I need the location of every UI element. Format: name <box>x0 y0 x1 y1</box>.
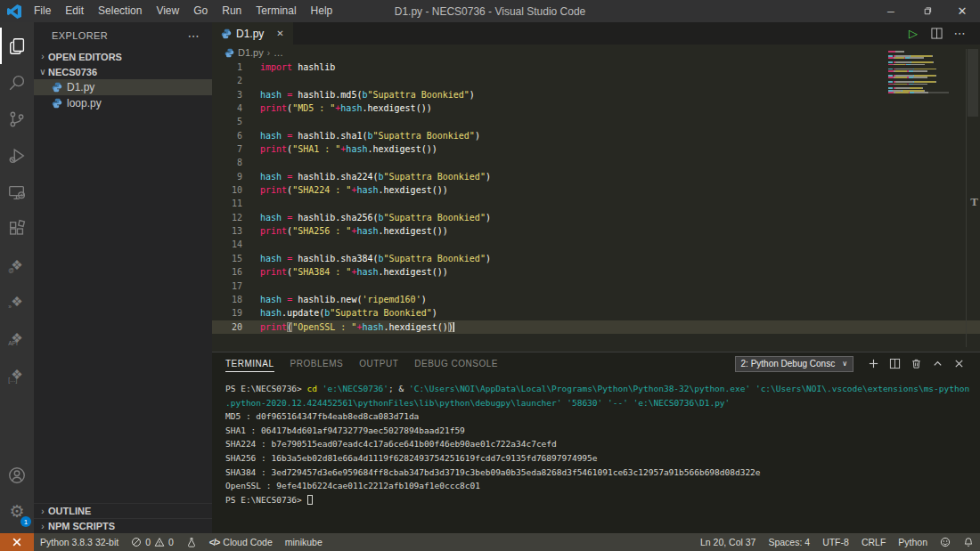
code-editor[interactable]: 1import hashlib23hash = hashlib.md5(b"Su… <box>212 61 980 352</box>
activity-search[interactable] <box>0 64 34 101</box>
text-cursor <box>453 322 454 332</box>
folder-necs0736[interactable]: ∨ NECS0736 <box>34 64 212 79</box>
npm-scripts-section[interactable]: › NPM SCRIPTS <box>34 518 212 533</box>
code-line-13: 13print("SHA256 : "+hash.hexdigest()) <box>212 224 980 238</box>
tab-d1py[interactable]: D1.py ✕ <box>212 22 293 45</box>
line-number: 18 <box>212 293 242 306</box>
split-editor-icon <box>931 28 943 39</box>
activity-cloud-code-kubernetes[interactable]: ❖@ <box>0 247 34 283</box>
sidebar-bottom-sections: › OUTLINE › NPM SCRIPTS <box>34 503 212 533</box>
activity-explorer[interactable] <box>0 28 34 64</box>
outline-section[interactable]: › OUTLINE <box>34 503 212 518</box>
window-controls: ─ ✕ <box>873 0 980 22</box>
cloud-code-kubernetes-icon: ❖@ <box>11 258 22 271</box>
overlay-letter-t: T <box>970 195 978 209</box>
new-terminal-button[interactable] <box>862 354 884 374</box>
minimize-button[interactable]: ─ <box>873 0 909 22</box>
remote-explorer-icon <box>7 182 27 202</box>
status-cursor-position[interactable]: Ln 20, Col 37 <box>694 533 762 551</box>
menu-selection[interactable]: Selection <box>91 0 149 22</box>
python-file-icon <box>225 48 234 58</box>
status-language-mode[interactable]: Python <box>892 533 934 551</box>
close-window-button[interactable]: ✕ <box>944 0 980 22</box>
panel-tab-problems[interactable]: PROBLEMS <box>290 355 344 372</box>
panel-tab-output[interactable]: OUTPUT <box>359 355 398 372</box>
more-actions-button[interactable]: ⋯ <box>948 22 971 45</box>
status-encoding[interactable]: UTF-8 <box>816 533 855 551</box>
activity-settings[interactable]: ⚙1 <box>0 493 34 530</box>
status-remote-indicator[interactable] <box>0 533 34 551</box>
explorer-title: EXPLORER <box>52 30 108 41</box>
breadcrumb-file[interactable]: D1.py <box>238 47 264 58</box>
bell-icon <box>963 537 974 547</box>
editor-scrollbar[interactable] <box>968 49 978 117</box>
status-eol[interactable]: CRLF <box>855 533 892 551</box>
activity-remote-explorer[interactable] <box>0 174 34 210</box>
status-problems[interactable]: 00 <box>125 533 180 551</box>
terminal-output[interactable]: PS E:\NECS0736> cd 'e:\NECS0736'; & 'C:\… <box>225 382 975 533</box>
restore-button[interactable] <box>909 0 944 22</box>
activity-cloud-code-cloud-run[interactable]: ❖» <box>0 283 34 320</box>
cloud-apis-icon: ❖API <box>11 331 22 344</box>
explorer-sidebar: EXPLORER ⋯ › OPEN EDITORS ∨ NECS0736 D1.… <box>34 22 212 533</box>
line-number: 17 <box>212 280 242 293</box>
open-editors-section[interactable]: › OPEN EDITORS <box>34 49 212 64</box>
menu-file[interactable]: File <box>27 0 58 22</box>
beaker-icon <box>186 537 197 547</box>
run-button[interactable]: ▷ <box>902 22 925 45</box>
line-number: 12 <box>212 211 242 224</box>
menu-terminal[interactable]: Terminal <box>249 0 303 22</box>
status-python-interpreter[interactable]: Python 3.8.3 32-bit <box>34 533 125 551</box>
menu-help[interactable]: Help <box>304 0 340 22</box>
menu-edit[interactable]: Edit <box>58 0 91 22</box>
code-line-5: 5 <box>212 115 980 128</box>
terminal-selector-dropdown[interactable]: 2: Python Debug Consc ∨ <box>735 356 853 372</box>
code-line-20: 20print("OpenSSL : "+hash.hexdigest()) <box>212 320 980 334</box>
breadcrumb[interactable]: D1.py › … <box>212 45 980 61</box>
activity-accounts[interactable] <box>0 457 34 493</box>
line-number: 14 <box>212 238 242 251</box>
source-control-icon <box>7 109 27 129</box>
status-indentation[interactable]: Spaces: 4 <box>762 533 816 551</box>
panel-tab-debug-console[interactable]: DEBUG CONSOLE <box>414 355 498 372</box>
terminal-line: OpenSSL : 9efe41b6224cae011c2212afb109af… <box>225 479 975 493</box>
file-loop-py[interactable]: loop.py <box>34 95 212 111</box>
activity-extensions[interactable] <box>0 210 34 247</box>
panel-tabs: TERMINALPROBLEMSOUTPUTDEBUG CONSOLE <box>225 355 514 372</box>
split-terminal-button[interactable] <box>884 354 905 374</box>
code-line-19: 19hash.update(b"Supattra Boonkied") <box>212 306 980 320</box>
close-tab-icon[interactable]: ✕ <box>276 28 283 38</box>
activity-cloud-code-secrets[interactable]: ❖[…] <box>0 356 34 393</box>
split-editor-button[interactable] <box>925 22 948 45</box>
minimap[interactable] <box>888 51 949 94</box>
menu-bar: FileEditSelectionViewGoRunTerminalHelp <box>27 0 339 22</box>
line-number: 13 <box>212 224 242 238</box>
terminal-line: MD5 : d0f965164347fb4eab8ed8ca083d71da <box>225 409 975 424</box>
panel-tab-terminal[interactable]: TERMINAL <box>225 355 274 372</box>
python-file-icon <box>52 98 62 109</box>
explorer-more-actions-button[interactable]: ⋯ <box>188 29 200 43</box>
breadcrumb-symbol[interactable]: … <box>274 47 283 58</box>
status-minikube[interactable]: minikube <box>279 533 329 551</box>
menu-run[interactable]: Run <box>215 0 249 22</box>
kill-terminal-button[interactable] <box>905 354 927 374</box>
activity-source-control[interactable] <box>0 101 34 137</box>
status-notifications[interactable] <box>957 533 980 551</box>
menu-go[interactable]: Go <box>186 0 215 22</box>
menu-view[interactable]: View <box>149 0 186 22</box>
line-number: 5 <box>212 115 242 128</box>
activity-cloud-apis[interactable]: ❖API <box>0 320 34 356</box>
line-number: 15 <box>212 252 242 265</box>
activity-run-and-debug[interactable] <box>0 137 34 174</box>
terminal-line: SHA224 : b7e790515ead07eadc4c17a6ce641b0… <box>225 437 975 451</box>
status-cloud-code[interactable]: </>Cloud Code <box>203 533 279 551</box>
chevron-up-icon <box>932 358 943 369</box>
file-d1-py[interactable]: D1.py <box>34 79 212 95</box>
maximize-panel-button[interactable] <box>927 354 948 374</box>
close-panel-button[interactable] <box>948 354 969 374</box>
run-and-debug-icon <box>7 146 27 166</box>
code-line-3: 3hash = hashlib.md5(b"Supattra Boonkied"… <box>212 88 980 101</box>
status-beaker[interactable] <box>180 533 203 551</box>
status-feedback[interactable] <box>934 533 957 551</box>
explorer-icon <box>8 36 28 56</box>
